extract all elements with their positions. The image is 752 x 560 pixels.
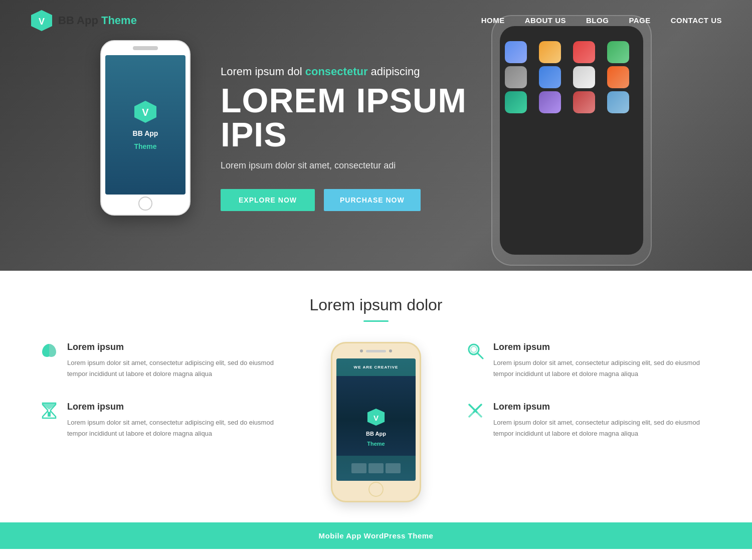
main-nav: HOME ABOUT US BLOG PAGE CONTACT US [481,16,722,25]
phone-screen-bb: BB App [366,431,386,437]
phone-logo-hex-icon: V [133,99,158,124]
phone-theme-label: Theme [134,142,156,150]
search-icon [466,342,484,360]
phone-screen-img-row [351,463,401,473]
feature-item-leaf: Lorem ipsum Lorem ipsum dolor sit amet, … [40,342,286,380]
features-section: Lorem ipsum dolor Lorem ipsum Lorem ipsu… [0,271,752,522]
mini-img-3 [386,463,401,473]
hero-subtitle-prefix: Lorem ipsum dol [221,65,305,78]
nav-link-page[interactable]: PAGE [629,16,650,25]
app-icon [573,66,595,88]
logo-theme: Theme [101,14,137,27]
phone-camera [360,349,392,352]
feature-item-tools: Lorem ipsum Lorem ipsum dolor sit amet, … [466,402,712,439]
app-icon [539,91,561,113]
nav-item-page[interactable]: PAGE [629,16,650,25]
phone-screen-header: WE ARE CREATIVE [336,358,416,376]
features-title: Lorem ipsum dolor [40,296,712,314]
nav-link-about[interactable]: ABOUT US [525,16,566,25]
feature-text-4: Lorem ipsum Lorem ipsum dolor sit amet, … [493,402,712,439]
hero-section: V BB App Theme [0,0,752,271]
hero-subtitle: Lorem ipsum dol consectetur adipiscing [221,65,521,78]
svg-point-8 [471,346,477,352]
feature-text-2: Lorem ipsum Lorem ipsum dolor sit amet, … [67,402,286,439]
svg-text:V: V [142,107,149,118]
feature-title-4: Lorem ipsum [493,402,712,412]
features-left: Lorem ipsum Lorem ipsum dolor sit amet, … [40,342,286,439]
phone-screen-logo-icon: V [366,408,386,427]
phone-bb-label: BB App [133,129,158,137]
svg-text:V: V [39,17,45,27]
explore-now-button[interactable]: EXPLORE NOW [221,189,315,211]
app-icon [539,41,561,63]
phone-screen-label: WE ARE CREATIVE [354,365,399,369]
logo-bb: BB App [58,14,98,27]
header: V BB App Theme HOME ABOUT US BLOG PAGE C… [0,0,752,41]
phone-home-btn [368,482,384,497]
tools-icon [466,402,484,420]
nav-item-home[interactable]: HOME [481,16,505,25]
footer: Mobile App WordPress Theme [0,522,752,549]
svg-line-7 [478,353,483,358]
hero-subtitle-suffix: adipiscing [367,65,420,78]
hero-title: LOREM IPSUM IPIS [221,83,521,151]
app-icon [607,66,629,88]
leaf-icon [40,342,58,360]
camera-dot-2 [389,349,392,352]
logo-area: V BB App Theme [30,9,481,32]
nav-item-blog[interactable]: BLOG [586,16,609,25]
nav-links: HOME ABOUT US BLOG PAGE CONTACT US [481,16,722,25]
feature-item-search: Lorem ipsum Lorem ipsum dolor sit amet, … [466,342,712,380]
nav-link-home[interactable]: HOME [481,16,505,25]
feature-text-3: Lorem ipsum Lorem ipsum dolor sit amet, … [493,342,712,380]
speaker-bar [366,350,386,352]
hero-subtitle-accent: consectetur [305,65,368,78]
phone-mockup-screen: WE ARE CREATIVE V BB App Theme [336,358,416,481]
phone-home-button [138,197,152,211]
feature-title-2: Lorem ipsum [67,402,286,412]
hourglass-icon [40,402,58,420]
feature-desc-3: Lorem ipsum dolor sit amet, consectetur … [493,357,712,380]
phone-screen-bottom [336,456,416,481]
feature-text-1: Lorem ipsum Lorem ipsum dolor sit amet, … [67,342,286,380]
app-icon [607,91,629,113]
feature-title-1: Lorem ipsum [67,342,286,352]
feature-desc-2: Lorem ipsum dolor sit amet, consectetur … [67,417,286,439]
features-divider [363,320,389,322]
nav-link-contact[interactable]: CONTACT US [671,16,722,25]
phone-mockup: WE ARE CREATIVE V BB App Theme [331,342,421,502]
app-icon [573,41,595,63]
mini-img-2 [368,463,384,473]
app-icon [573,91,595,113]
hero-description: Lorem ipsum dolor sit amet, consectetur … [221,160,521,171]
mini-img-1 [351,463,366,473]
svg-text:V: V [373,414,379,422]
logo-text: BB App Theme [58,14,137,27]
app-icon [607,41,629,63]
nav-item-contact[interactable]: CONTACT US [671,16,722,25]
phone-screen: V BB App Theme [105,55,185,195]
feature-title-3: Lorem ipsum [493,342,712,352]
phone-notch [133,46,158,50]
footer-text: Mobile App WordPress Theme [9,531,743,540]
svg-line-12 [474,409,481,417]
nav-link-blog[interactable]: BLOG [586,16,609,25]
feature-desc-4: Lorem ipsum dolor sit amet, consectetur … [493,417,712,439]
features-right: Lorem ipsum Lorem ipsum dolor sit amet, … [466,342,712,439]
camera-dot [360,349,363,352]
hero-phone-left: V BB App Theme [100,40,191,216]
nav-item-about[interactable]: ABOUT US [525,16,566,25]
phone-screen-theme: Theme [367,441,385,447]
logo-hex-icon: V [30,9,53,32]
app-icon [539,66,561,88]
hero-content: Lorem ipsum dol consectetur adipiscing L… [221,65,521,211]
center-phone: WE ARE CREATIVE V BB App Theme [306,342,446,502]
features-grid: Lorem ipsum Lorem ipsum dolor sit amet, … [40,342,712,502]
hero-buttons: EXPLORE NOW PURCHASE NOW [221,189,521,211]
app-icon [505,41,527,63]
purchase-now-button[interactable]: PURCHASE NOW [324,189,421,211]
feature-item-hourglass: Lorem ipsum Lorem ipsum dolor sit amet, … [40,402,286,439]
feature-desc-1: Lorem ipsum dolor sit amet, consectetur … [67,357,286,380]
